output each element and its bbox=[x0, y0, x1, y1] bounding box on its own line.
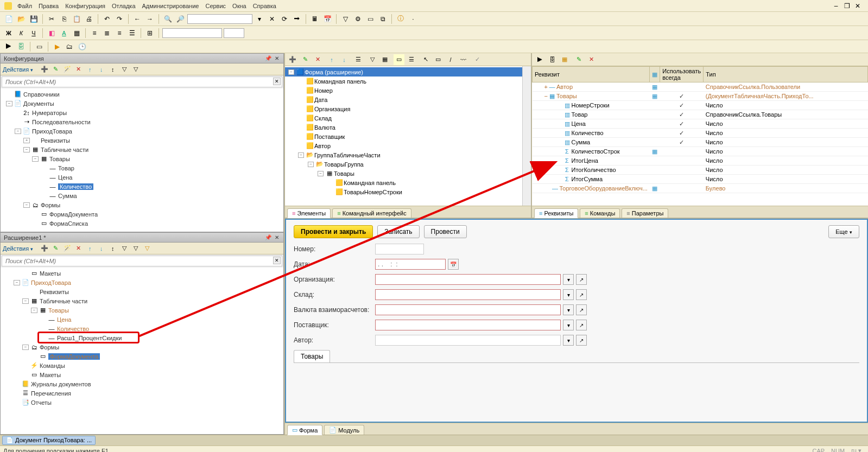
forward-icon[interactable]: → bbox=[144, 14, 155, 24]
expander-icon[interactable]: − bbox=[31, 308, 37, 313]
req-row[interactable]: ΣИтогСуммаЧисло bbox=[533, 175, 868, 184]
tree-row[interactable]: +Реквизиты bbox=[1, 136, 283, 145]
edit-icon[interactable]: ✎ bbox=[51, 65, 61, 74]
italic-icon[interactable]: К bbox=[16, 28, 27, 39]
copy-icon[interactable]: ⎘ bbox=[59, 14, 69, 24]
supplier-input[interactable] bbox=[375, 320, 561, 330]
req-row[interactable]: ▥Товар✓СправочникСсылка.Товары bbox=[533, 110, 868, 119]
menu-edit[interactable]: Правка bbox=[35, 2, 62, 10]
ext-filter-icon[interactable]: ▽ bbox=[142, 244, 152, 253]
el-curve-icon[interactable]: 〰 bbox=[458, 54, 468, 65]
tab-goods[interactable]: Товары bbox=[294, 350, 330, 362]
mixer-icon[interactable]: ⚙ bbox=[352, 14, 363, 24]
tree-row[interactable]: ⚡Команды bbox=[1, 361, 283, 370]
clear-search-icon[interactable]: ✕ bbox=[273, 78, 281, 85]
expander-icon[interactable]: − bbox=[23, 147, 30, 152]
element-row[interactable]: 🟨Командная панель bbox=[285, 77, 522, 86]
window-close-button[interactable]: ✕ bbox=[854, 2, 861, 10]
box-icon[interactable]: ▭ bbox=[365, 14, 376, 24]
task-tab-document[interactable]: 📄 Документ ПриходТовара: ... bbox=[2, 436, 96, 445]
tree-row[interactable]: —Количество bbox=[1, 324, 283, 333]
el-check-icon[interactable]: ✓ bbox=[472, 54, 483, 65]
expander-icon[interactable]: − bbox=[23, 202, 30, 208]
tree-row[interactable]: ▭Макеты bbox=[1, 269, 283, 278]
tree-row[interactable]: −📄Документы bbox=[1, 99, 283, 108]
filter-icon[interactable]: ▽ bbox=[119, 244, 129, 253]
filter2-icon[interactable]: ⮕ bbox=[292, 14, 302, 24]
elements-scrollbar[interactable] bbox=[522, 66, 531, 206]
el-delete-icon[interactable]: ✕ bbox=[312, 54, 323, 65]
tree-row[interactable]: −📄ПриходТовара bbox=[1, 278, 283, 287]
menu-help[interactable]: Справка bbox=[250, 2, 280, 10]
subsys-filter-icon[interactable]: ▽ bbox=[131, 65, 141, 74]
align-center-icon[interactable]: ≣ bbox=[102, 28, 112, 39]
close-search-icon[interactable]: ✕ bbox=[267, 14, 277, 24]
write-button[interactable]: Записать bbox=[377, 225, 419, 238]
tab-parameters[interactable]: ≡Параметры bbox=[622, 208, 668, 218]
el-up-icon[interactable]: ↑ bbox=[326, 54, 337, 65]
element-row[interactable]: 🟨Автор bbox=[285, 141, 522, 150]
tree-row[interactable]: −🗂Формы bbox=[1, 200, 283, 209]
open-icon[interactable]: ↗ bbox=[576, 274, 587, 285]
req-col-check[interactable]: ▦ bbox=[650, 67, 660, 82]
window-restore-button[interactable]: ❐ bbox=[843, 2, 851, 10]
info-icon[interactable]: ⓘ bbox=[395, 14, 406, 24]
tree-row[interactable]: ▭ФормаДокумента bbox=[1, 209, 283, 219]
elements-tree[interactable]: −🟦Форма (расширение)🟨Командная панель🟨Но… bbox=[285, 66, 522, 206]
box2-icon[interactable]: ▭ bbox=[34, 41, 45, 52]
number-input[interactable] bbox=[375, 244, 424, 254]
gear2-icon[interactable]: 🕒 bbox=[77, 41, 87, 52]
wizard-icon[interactable]: 🪄 bbox=[62, 65, 72, 74]
el-edit-icon[interactable]: ✎ bbox=[300, 54, 311, 65]
actions-dropdown[interactable]: Действия bbox=[3, 66, 33, 73]
refresh-icon[interactable]: ⟳ bbox=[279, 14, 290, 24]
wizard-icon[interactable]: 🪄 bbox=[62, 244, 72, 253]
element-row[interactable]: −📂ТоварыГруппа bbox=[285, 160, 522, 169]
open-icon[interactable]: ↗ bbox=[576, 289, 587, 300]
tree-row[interactable]: —Сумма bbox=[1, 191, 283, 200]
redo-icon[interactable]: ↷ bbox=[114, 14, 125, 24]
update-db-icon[interactable]: 🗄 bbox=[16, 41, 27, 52]
dropdown-icon[interactable]: ▾ bbox=[254, 14, 265, 24]
save-icon[interactable]: 💾 bbox=[28, 14, 39, 24]
expander-icon[interactable]: + bbox=[23, 138, 30, 143]
sort-icon[interactable]: ↕ bbox=[108, 65, 118, 74]
el-down-icon[interactable]: ↓ bbox=[339, 54, 350, 65]
tab-form[interactable]: ▭Форма bbox=[287, 425, 322, 435]
req-row[interactable]: ▥Цена✓Число bbox=[533, 119, 868, 129]
copy-box-icon[interactable]: ⧉ bbox=[377, 14, 388, 24]
align-right-icon[interactable]: ≡ bbox=[114, 28, 125, 39]
actions-dropdown[interactable]: Действия bbox=[3, 245, 33, 252]
down-icon[interactable]: ↓ bbox=[97, 65, 106, 74]
back-icon[interactable]: ← bbox=[132, 14, 143, 24]
el-filter-icon[interactable]: ▽ bbox=[367, 54, 378, 65]
author-input[interactable] bbox=[375, 335, 561, 346]
panel-pin-icon[interactable]: 📌 bbox=[265, 234, 271, 241]
ext-search-input[interactable] bbox=[2, 256, 282, 266]
more-button[interactable]: Еще ▾ bbox=[828, 225, 859, 238]
org-input[interactable] bbox=[375, 274, 561, 285]
bold-icon[interactable]: Ж bbox=[3, 28, 14, 39]
req-row[interactable]: ▥Количество✓Число bbox=[533, 129, 868, 138]
date-input[interactable] bbox=[375, 259, 446, 270]
expander-icon[interactable]: − bbox=[298, 152, 304, 158]
tree-row[interactable]: ⇢Последовательности bbox=[1, 117, 283, 126]
open-icon[interactable]: 📂 bbox=[16, 14, 27, 24]
edit-icon[interactable]: ✎ bbox=[51, 244, 61, 253]
element-row[interactable]: 🟨Поставщик bbox=[285, 132, 522, 141]
window-minimize-button[interactable]: – bbox=[832, 2, 840, 10]
el-rect-icon[interactable]: ▭ bbox=[433, 54, 443, 65]
element-row[interactable]: 🟨Организация bbox=[285, 104, 522, 113]
bg-color-icon[interactable]: ◧ bbox=[46, 28, 57, 39]
zoom-icon[interactable]: 🔎 bbox=[175, 14, 186, 24]
expander-icon[interactable]: − bbox=[22, 298, 29, 304]
open-icon[interactable]: ↗ bbox=[576, 335, 587, 346]
tree-row[interactable]: −📄ПриходТовара bbox=[1, 126, 283, 136]
down-icon[interactable]: ↓ bbox=[97, 244, 106, 253]
tree-row[interactable]: 📑Отчеты bbox=[1, 398, 283, 407]
font-color-icon[interactable]: A bbox=[59, 28, 69, 39]
expander-icon[interactable]: − bbox=[318, 171, 324, 176]
el-list-icon[interactable]: ☰ bbox=[353, 54, 364, 65]
panel-close-icon[interactable]: ✕ bbox=[274, 55, 280, 62]
requisites-table[interactable]: Реквизит ▦ Использовать всегда Тип +—Авт… bbox=[532, 66, 868, 206]
